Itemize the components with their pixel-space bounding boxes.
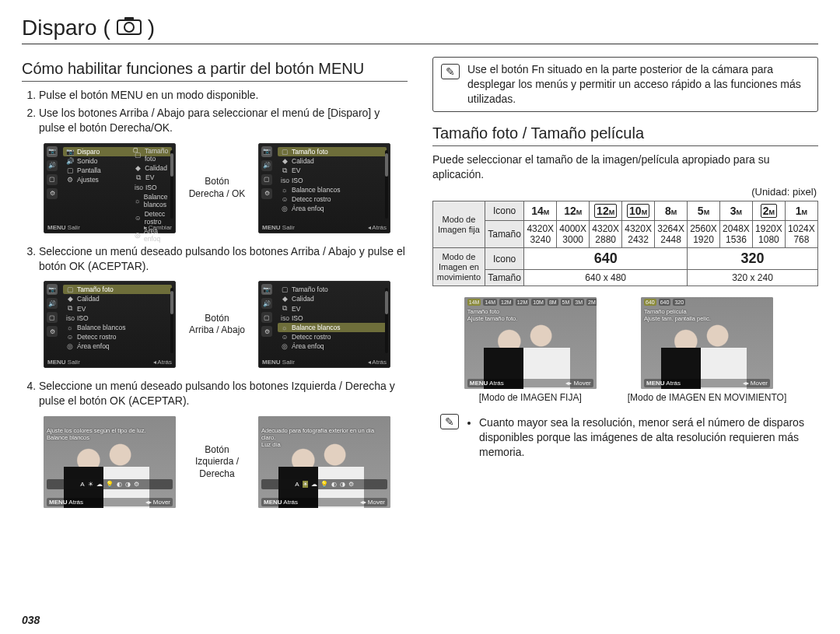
- size-table: Modo de Imagen fija Icono 14M 12M 12M 10…: [432, 201, 818, 286]
- fig-label-up-down: Botón Arriba / Abajo: [182, 313, 252, 337]
- submenu-item: EV: [292, 166, 300, 174]
- note-bottom: ✎ Cuanto mayor sea la resolución, menor …: [432, 412, 818, 460]
- wb-icon-strip: A☀☁💡◐◑⚙: [47, 479, 173, 489]
- submenu-item: Balance blancos: [77, 324, 125, 331]
- movie-icon-320: 320: [688, 248, 818, 270]
- title-close-paren: ): [148, 16, 155, 40]
- live-preview-wb-daylight: Adecuado para fotografía exterior en un …: [258, 416, 390, 508]
- preview-movie: 640 640 320 Tamaño película Ajuste tam. …: [641, 297, 773, 389]
- icon-label: Icono: [485, 248, 523, 270]
- submenu-item: Balance blancos: [144, 193, 168, 208]
- note-top-text: Use el botón Fn situado en la parte post…: [467, 62, 810, 107]
- preview-movie-caption: [Modo de IMAGEN EN MOVIMIENTO]: [628, 392, 787, 403]
- menu-key-label: MENU: [47, 224, 66, 231]
- tab-camera-icon: 📷: [261, 146, 272, 157]
- svg-point-2: [124, 23, 134, 32]
- live-caption-line1: Adecuado para fotografía exterior en un …: [261, 427, 387, 441]
- submenu-item: Detecc rostro: [77, 333, 117, 341]
- size-label: Tamaño: [485, 270, 523, 286]
- preview-row: 14M 14M 12M 12M 10M 8M 5M 3M 2M Tamaño f…: [432, 297, 818, 403]
- steps-list-2: Seleccione un menú deseado pulsando los …: [22, 244, 408, 274]
- submenu-item: Balance blancos: [292, 186, 340, 194]
- figure-row-1: 📷 🔊 ▢ ⚙ 📷Disparo 🔊Sonido ▢Pantalla ⚙Ajus…: [44, 143, 408, 233]
- submenu-item: Tamaño foto: [145, 147, 168, 163]
- submenu-item: ISO: [292, 177, 303, 184]
- size-cell: 4320X 3240: [524, 221, 557, 248]
- left-heading: Cómo habilitar funciones a partir del bo…: [22, 60, 408, 82]
- preview-sub: Ajuste tam. pantalla pelíc.: [644, 315, 770, 322]
- sound-icon: 🔊: [66, 157, 74, 165]
- title-text: Disparo: [22, 16, 96, 40]
- tab-settings-icon: ⚙: [261, 188, 272, 199]
- note-top: ✎ Use el botón Fn situado en la parte po…: [432, 57, 818, 112]
- steps-list-3: Seleccione un menú deseado pulsando los …: [22, 379, 408, 408]
- menu-item: Pantalla: [77, 166, 101, 174]
- figure-row-3: Ajuste los colores según el tipo de luz.…: [44, 416, 408, 508]
- submenu-item: Calidad: [292, 157, 314, 165]
- menu-item: Disparo: [77, 148, 100, 156]
- preview-still: 14M 14M 12M 12M 10M 8M 5M 3M 2M Tamaño f…: [464, 297, 597, 389]
- size-cell: 2560X 1920: [688, 221, 720, 248]
- display-icon: ▢: [66, 166, 74, 174]
- preview-sub: Ajuste tamaño foto.: [467, 315, 593, 322]
- submenu-item: Calidad: [292, 295, 314, 303]
- movie-icon-640: 640: [524, 248, 688, 270]
- size-cell: 4000X 3000: [557, 221, 590, 248]
- movie-size-320: 320 x 240: [688, 270, 818, 286]
- gear-icon: ⚙: [66, 176, 74, 184]
- fig-label-left-right: Botón Izquierda / Derecha: [182, 444, 252, 481]
- submenu-item: Calidad: [77, 295, 100, 303]
- right-column: ✎ Use el botón Fn situado en la parte po…: [432, 57, 818, 519]
- fig-label-right-ok: Botón Derecha / OK: [182, 176, 252, 200]
- wb-icon-strip: A☀☁💡◐◑⚙: [261, 479, 387, 489]
- svg-rect-1: [124, 17, 134, 21]
- left-column: Cómo habilitar funciones a partir del bo…: [22, 57, 408, 519]
- title-open-paren: (: [103, 16, 110, 40]
- menu-key-label: MENU: [262, 224, 281, 231]
- lcd-main-menu: 📷 🔊 ▢ ⚙ 📷Disparo 🔊Sonido ▢Pantalla ⚙Ajus…: [44, 143, 176, 233]
- size-cell: 2048X 1536: [719, 221, 752, 248]
- submenu-item: Área enfoq: [77, 342, 110, 350]
- footer-back: Atrás: [372, 224, 387, 231]
- submenu-item: ISO: [145, 184, 157, 191]
- size-cell: 3264X 2448: [655, 221, 688, 248]
- submenu-item: Detecc rostro: [292, 333, 331, 341]
- submenu-item: Detecc rostro: [145, 210, 167, 226]
- live-caption-line2: Balance blancos: [47, 434, 173, 441]
- lcd-shoot-menu-2: 📷🔊▢⚙ ▢Tamaño foto ◆Calidad ⧉EV isoISO ☼B…: [258, 281, 390, 368]
- step-2: Use los botones Arriba / Abajo para sele…: [39, 106, 408, 135]
- still-size-strip: 14M 14M 12M 12M 10M 8M 5M 3M 2M: [467, 299, 593, 306]
- camera-icon: 📷: [66, 148, 74, 156]
- footer-exit: Salir: [282, 224, 295, 231]
- lcd-shoot-menu-highlight: 📷🔊▢⚙ ▢Tamaño foto ◆Calidad ⧉EV isoISO ☼B…: [44, 281, 176, 368]
- page-title: Disparo ( ): [22, 16, 818, 44]
- scrollbar: [170, 150, 173, 219]
- step-1: Pulse el botón MENU en un modo disponibl…: [39, 88, 408, 103]
- footer-move: Mover: [153, 499, 170, 506]
- movie-mode-label: Modo de Imagen en movimiento: [433, 248, 485, 286]
- footer-back: Atrás: [68, 499, 83, 506]
- submenu-item: Tamaño foto: [292, 148, 328, 156]
- submenu-item: ISO: [292, 314, 303, 322]
- tab-settings-icon: ⚙: [47, 188, 58, 199]
- figure-row-2: 📷🔊▢⚙ ▢Tamaño foto ◆Calidad ⧉EV isoISO ☼B…: [44, 281, 408, 368]
- icon-label: Icono: [485, 201, 523, 221]
- submenu-item: Balance blancos: [292, 324, 340, 331]
- live-preview-wb-auto: Ajuste los colores según el tipo de luz.…: [44, 416, 176, 508]
- lcd-shoot-menu: 📷 🔊 ▢ ⚙ ▢Tamaño foto ◆Calidad ⧉EV isoISO…: [258, 143, 390, 233]
- note-icon: ✎: [440, 414, 459, 429]
- size-label: Tamaño: [485, 221, 523, 248]
- preview-still-caption: [Modo de IMAGEN FIJA]: [479, 392, 582, 403]
- movie-size-640: 640 x 480: [524, 270, 688, 286]
- step-4: Seleccione un menú deseado pulsando los …: [39, 379, 408, 408]
- tab-camera-icon: 📷: [47, 146, 58, 157]
- right-heading: Tamaño foto / Tamaño película: [432, 124, 818, 146]
- tab-sound-icon: 🔊: [261, 160, 272, 171]
- right-intro: Puede seleccionar el tamaño de la imagen…: [432, 152, 818, 182]
- submenu-item: Área enfoq: [292, 342, 324, 350]
- submenu-item: EV: [77, 305, 86, 313]
- submenu-item: EV: [292, 305, 300, 313]
- tab-display-icon: ▢: [47, 174, 58, 185]
- note-bottom-text: Cuanto mayor sea la resolución, menor se…: [479, 415, 810, 460]
- size-cell: 4320X 2432: [622, 221, 655, 248]
